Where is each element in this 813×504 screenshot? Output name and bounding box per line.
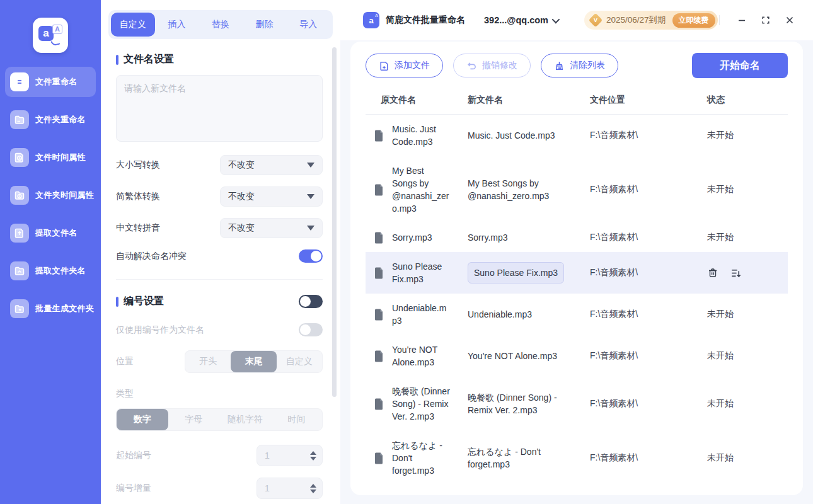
window-controls bbox=[719, 11, 799, 30]
sidebar-item-1[interactable]: 文件夹重命名 bbox=[5, 105, 96, 135]
sidebar-item-4[interactable]: 提取文件名 bbox=[5, 218, 96, 248]
file-location: F:\音频素材\ bbox=[582, 232, 700, 243]
sidebar-item-0[interactable]: 文件重命名 bbox=[5, 67, 96, 97]
undo-button[interactable]: 撤销修改 bbox=[453, 54, 531, 77]
toolbar: 添加文件 撤销修改 bbox=[366, 53, 788, 78]
auto-conflict-row: 自动解决命名冲突 bbox=[116, 249, 323, 263]
sidebar-nav: 文件重命名文件夹重命名文件时间属性文件夹时间属性提取文件名提取文件夹名批量生成文… bbox=[0, 67, 101, 324]
position-option-2[interactable]: 自定义 bbox=[277, 351, 322, 372]
increment-label: 编号增量 bbox=[116, 483, 151, 494]
type-option-1[interactable]: 字母 bbox=[168, 409, 220, 430]
sidebar-item-label: 文件夹时间属性 bbox=[35, 190, 94, 201]
maximize-icon[interactable] bbox=[756, 11, 775, 30]
start-number-row: 起始编号 1 bbox=[116, 445, 323, 466]
select-value: 不改变 bbox=[228, 191, 255, 202]
renew-button[interactable]: 立即续费 bbox=[672, 13, 715, 28]
logo-letter-sub: A bbox=[52, 25, 62, 34]
trash-icon[interactable] bbox=[707, 267, 718, 278]
original-filename: Undeniable.mp3 bbox=[392, 302, 460, 327]
position-option-1[interactable]: 末尾 bbox=[231, 351, 276, 372]
status-cell bbox=[700, 267, 788, 279]
minimize-icon[interactable] bbox=[732, 11, 751, 30]
original-filename: My Best Songs by @nanashi_zero.mp3 bbox=[392, 164, 460, 215]
extract-file-icon bbox=[10, 224, 29, 243]
increment-stepper[interactable]: 1 bbox=[257, 478, 323, 499]
section-accent-bar bbox=[116, 297, 118, 307]
tab-4[interactable]: 导入 bbox=[286, 13, 330, 37]
select-dropdown-1[interactable]: 不改变 bbox=[220, 186, 323, 207]
add-files-button[interactable]: 添加文件 bbox=[366, 54, 443, 77]
tab-1[interactable]: 插入 bbox=[155, 13, 199, 37]
file-location: F:\音频素材\ bbox=[582, 130, 700, 141]
table-row-0[interactable]: Music. Just Code.mp3Music. Just Code.mp3… bbox=[366, 115, 788, 156]
table-row-4[interactable]: Undeniable.mp3Undeniable.mp3F:\音频素材\未开始 bbox=[366, 294, 788, 335]
batch-folder-icon bbox=[10, 299, 29, 318]
start-rename-button[interactable]: 开始命名 bbox=[692, 53, 788, 78]
position-option-0[interactable]: 开头 bbox=[185, 351, 231, 372]
start-number-stepper[interactable]: 1 bbox=[257, 445, 323, 466]
new-filename: Sorry.mp3 bbox=[460, 231, 582, 244]
select-value: 不改变 bbox=[228, 159, 255, 171]
panel-scrollbar[interactable] bbox=[332, 47, 337, 397]
status-text: 未开始 bbox=[707, 350, 734, 362]
tab-0[interactable]: 自定义 bbox=[111, 13, 155, 37]
titlebar-app-icon: a A bbox=[363, 12, 379, 28]
table-row-7[interactable]: 忘れるなよ - Don't forget.mp3忘れるなよ - Don't fo… bbox=[366, 431, 788, 485]
original-filename: 忘れるなよ - Don't forget.mp3 bbox=[392, 439, 460, 477]
file-doc-icon bbox=[366, 267, 392, 279]
select-dropdown-2[interactable]: 不改变 bbox=[220, 218, 323, 238]
file-doc-icon bbox=[366, 130, 392, 142]
auto-conflict-toggle[interactable] bbox=[299, 249, 323, 263]
select-label: 简繁体转换 bbox=[116, 191, 160, 202]
file-rename-icon bbox=[10, 72, 29, 91]
sidebar-item-6[interactable]: 批量生成文件夹 bbox=[5, 294, 96, 324]
select-row-1: 简繁体转换不改变 bbox=[116, 186, 323, 207]
table-row-1[interactable]: My Best Songs by @nanashi_zero.mp3My Bes… bbox=[366, 156, 788, 223]
new-filename-editbox[interactable]: Suno Please Fix.mp3 bbox=[468, 262, 564, 284]
file-doc-icon bbox=[366, 452, 392, 464]
vip-gem-icon: V bbox=[589, 13, 603, 28]
table-row-3[interactable]: Suno Please Fix.mp3Suno Please Fix.mp3F:… bbox=[366, 252, 788, 294]
account-menu[interactable]: 392...@qq.com bbox=[484, 15, 558, 25]
type-option-2[interactable]: 随机字符 bbox=[219, 409, 271, 430]
only-number-toggle[interactable] bbox=[299, 323, 323, 336]
sidebar-item-3[interactable]: 文件夹时间属性 bbox=[5, 180, 96, 210]
section-divider bbox=[116, 279, 323, 280]
vip-badge: V 2025/06/27到期 立即续费 bbox=[584, 11, 718, 30]
select-dropdown-0[interactable]: 不改变 bbox=[220, 155, 323, 175]
file-doc-icon bbox=[366, 350, 392, 362]
original-filename: 晚餐歌 (Dinner Song) - Remix Ver. 2.mp3 bbox=[392, 385, 460, 423]
file-table: Music. Just Code.mp3Music. Just Code.mp3… bbox=[366, 115, 788, 495]
new-filename: 忘れるなよ - Don't forget.mp3 bbox=[460, 445, 582, 471]
column-header-3: 状态 bbox=[700, 94, 788, 106]
status-cell: 未开始 bbox=[700, 309, 788, 320]
table-header: 原文件名新文件名文件位置状态 bbox=[366, 86, 788, 115]
type-option-3[interactable]: 时间 bbox=[271, 409, 323, 430]
stepper-arrows-icon[interactable] bbox=[310, 451, 316, 461]
table-row-5[interactable]: You're NOT Alone.mp3You're NOT Alone.mp3… bbox=[366, 335, 788, 377]
file-doc-icon bbox=[366, 398, 392, 410]
file-location: F:\音频素材\ bbox=[582, 309, 700, 320]
sidebar-item-label: 提取文件夹名 bbox=[35, 265, 86, 277]
tab-2[interactable]: 替换 bbox=[199, 13, 243, 37]
position-label: 位置 bbox=[116, 356, 134, 367]
table-row-6[interactable]: 晚餐歌 (Dinner Song) - Remix Ver. 2.mp3晚餐歌 … bbox=[366, 377, 788, 431]
new-filename: Suno Please Fix.mp3 bbox=[460, 262, 582, 284]
status-text: 未开始 bbox=[707, 309, 734, 320]
clear-list-button[interactable]: 清除列表 bbox=[541, 54, 618, 77]
sidebar-item-5[interactable]: 提取文件夹名 bbox=[5, 256, 96, 286]
numbering-toggle[interactable] bbox=[299, 295, 323, 308]
increment-row: 编号增量 1 bbox=[116, 478, 323, 499]
type-option-0[interactable]: 数字 bbox=[117, 409, 168, 430]
tab-3[interactable]: 删除 bbox=[243, 13, 287, 37]
position-row: 位置 开头末尾自定义 bbox=[116, 350, 323, 373]
status-cell: 未开始 bbox=[700, 130, 788, 141]
new-filename-input[interactable] bbox=[116, 75, 323, 142]
type-row: 类型 数字字母随机字符时间 bbox=[116, 388, 323, 431]
stepper-arrows-icon[interactable] bbox=[310, 484, 316, 493]
list-down-icon[interactable] bbox=[730, 267, 742, 279]
main-area: a A 简鹿文件批量重命名 392...@qq.com V 2025/06/27… bbox=[340, 0, 813, 504]
sidebar-item-2[interactable]: 文件时间属性 bbox=[5, 142, 96, 173]
table-row-2[interactable]: Sorry.mp3Sorry.mp3F:\音频素材\未开始 bbox=[366, 223, 788, 252]
close-icon[interactable] bbox=[780, 11, 799, 30]
